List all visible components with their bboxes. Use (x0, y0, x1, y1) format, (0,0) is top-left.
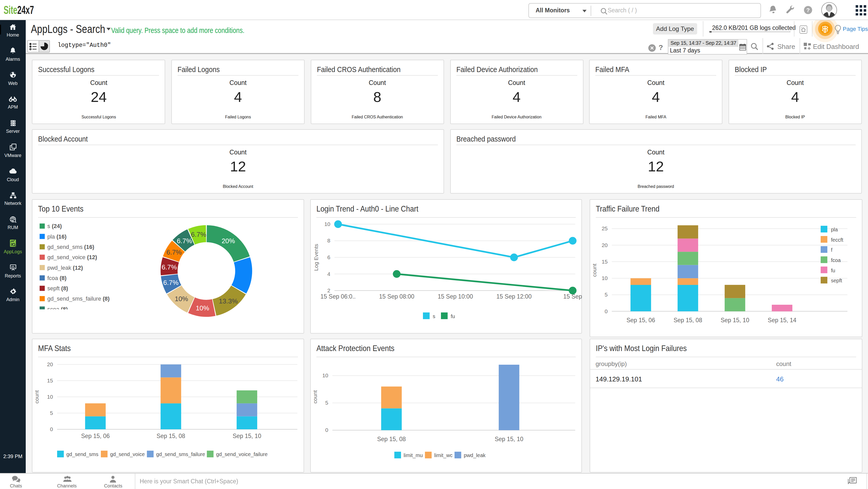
svg-text:10: 10 (324, 221, 330, 227)
svg-text:6.7%: 6.7% (162, 263, 177, 271)
svg-text:15 Sep 12:00: 15 Sep 12:00 (497, 293, 532, 300)
svg-text:5: 5 (604, 292, 608, 298)
svg-text:13.3%: 13.3% (219, 297, 238, 305)
svg-text:15: 15 (47, 377, 53, 384)
svg-text:count: count (312, 390, 318, 403)
svg-text:15 Sep 10:00: 15 Sep 10:00 (438, 293, 473, 300)
svg-text:15 Sep 08:00: 15 Sep 08:00 (379, 293, 414, 300)
svg-text:20%: 20% (222, 237, 235, 245)
svg-text:Sep 15, 06: Sep 15, 06 (81, 433, 110, 439)
svg-text:Sep 15, 06: Sep 15, 06 (626, 317, 655, 324)
svg-text:Sep 15, 08: Sep 15, 08 (377, 436, 406, 442)
svg-text:0: 0 (50, 426, 53, 432)
svg-text:2: 2 (328, 287, 331, 294)
svg-text:Sep 15, 10: Sep 15, 10 (720, 317, 749, 324)
svg-text:Sep 15, 10: Sep 15, 10 (233, 433, 261, 439)
svg-text:15: 15 (601, 259, 608, 265)
svg-text:Sep 15, 08: Sep 15, 08 (673, 317, 702, 324)
svg-text:fu: fu (451, 313, 455, 319)
svg-text:fcoa: fcoa (831, 257, 841, 263)
svg-text:15 Sep 06:0..: 15 Sep 06:0.. (320, 293, 356, 300)
svg-text:Log Events: Log Events (313, 244, 319, 271)
svg-text:10%: 10% (196, 304, 209, 312)
svg-text:limit_wc: limit_wc (434, 453, 453, 458)
svg-text:0: 0 (604, 308, 608, 314)
svg-text:6.7%: 6.7% (167, 248, 182, 256)
svg-text:5: 5 (50, 410, 53, 416)
svg-text:6.7%: 6.7% (177, 237, 192, 245)
svg-text:8: 8 (328, 238, 331, 243)
svg-text:s: s (433, 313, 436, 319)
svg-text:10: 10 (322, 372, 328, 378)
svg-text:gd_send_sms: gd_send_sms (67, 452, 99, 457)
svg-text:Sep 15, 08: Sep 15, 08 (157, 433, 185, 439)
svg-text:count: count (34, 390, 40, 403)
svg-text:6.7%: 6.7% (163, 279, 179, 286)
svg-text:10: 10 (601, 275, 608, 281)
svg-text:5: 5 (326, 400, 329, 406)
svg-text:?: ? (806, 7, 810, 13)
svg-text:Sep 15, 10: Sep 15, 10 (495, 436, 524, 442)
svg-text:10: 10 (47, 394, 53, 400)
svg-text:count: count (591, 264, 597, 277)
svg-text:Sep 15, 14: Sep 15, 14 (767, 317, 796, 324)
svg-text:10%: 10% (175, 295, 188, 303)
svg-text:gd_send_voice: gd_send_voice (111, 452, 145, 457)
svg-text:f: f (831, 247, 832, 253)
svg-text:pwd_leak: pwd_leak (464, 453, 486, 458)
svg-text:25: 25 (601, 225, 608, 232)
svg-text:pla: pla (831, 227, 838, 233)
svg-text:6: 6 (328, 254, 331, 260)
svg-text:gd_send_voice_failure: gd_send_voice_failure (216, 452, 268, 457)
svg-text:20: 20 (47, 361, 53, 367)
svg-text:sepft: sepft (831, 278, 842, 283)
svg-text:6.7%: 6.7% (191, 231, 206, 238)
svg-text:gd_send_sms_failure: gd_send_sms_failure (156, 452, 205, 457)
svg-text:4: 4 (328, 271, 331, 277)
svg-text:feccft: feccft (831, 237, 843, 243)
svg-text:20: 20 (601, 242, 608, 248)
svg-text:0: 0 (326, 427, 329, 433)
svg-text:fu: fu (831, 268, 835, 273)
svg-text:limit_mu: limit_mu (404, 453, 423, 458)
